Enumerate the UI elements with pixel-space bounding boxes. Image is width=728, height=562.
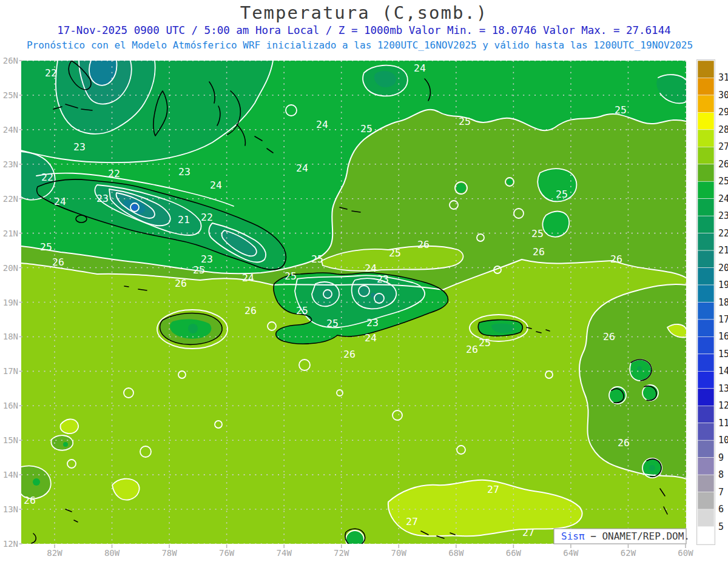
lat-tick-label: 16N bbox=[3, 401, 18, 410]
credit-box: Sisπ − ONAMET/REP.DOM. bbox=[554, 529, 690, 544]
lat-tick-label: 24N bbox=[3, 125, 18, 135]
colorbar-label: 14 bbox=[718, 366, 728, 376]
band-25-26-southeast bbox=[579, 284, 686, 479]
colorbar-segment bbox=[698, 354, 714, 371]
lat-tick-label: 15N bbox=[3, 435, 18, 445]
colorbar-label: 25 bbox=[718, 176, 728, 187]
contour-label: 27 bbox=[406, 516, 418, 527]
colorbar-segment bbox=[698, 199, 714, 216]
model-run-line: Pronóstico con el Modelo Atmósferico WRF… bbox=[27, 39, 693, 51]
contour-label: 24 bbox=[365, 263, 377, 274]
hispaniola-cold-dot bbox=[359, 286, 369, 296]
contour-label: 27 bbox=[487, 484, 499, 495]
contour-label: 25 bbox=[326, 318, 339, 329]
colorbar-segment bbox=[698, 130, 714, 147]
colorbar-segment bbox=[698, 164, 714, 181]
contour-label: 26 bbox=[603, 331, 615, 343]
colorbar-label: 21 bbox=[718, 245, 728, 256]
colorbar-label: 9 bbox=[718, 452, 724, 463]
contour-label: 26 bbox=[175, 278, 187, 289]
temperature-map-svg: Temperatura (C,somb.) 17-Nov-2025 0900 U… bbox=[0, 0, 728, 562]
contour-label: 22 bbox=[201, 212, 213, 223]
lon-tick-label: 70W bbox=[391, 548, 407, 558]
contour-label: 27 bbox=[522, 527, 534, 538]
colorbar-segment bbox=[698, 475, 714, 492]
lat-tick-label: 14N bbox=[3, 470, 18, 480]
contour-label: 24 bbox=[296, 162, 308, 174]
lon-tick-label: 80W bbox=[104, 548, 120, 558]
colorbar-label: 22 bbox=[718, 228, 728, 239]
lon-tick-label: 60W bbox=[678, 548, 693, 558]
colorbar-segment bbox=[698, 78, 714, 95]
colorbar-segment bbox=[698, 147, 714, 164]
colorbar-label: 12 bbox=[718, 400, 728, 411]
contour-label: 25 bbox=[360, 123, 372, 135]
colorbar-label: 10 bbox=[718, 435, 728, 446]
jamaica-cool-dot bbox=[188, 324, 198, 333]
colorbar-segment bbox=[698, 285, 714, 302]
colorbar-label: 8 bbox=[718, 469, 724, 480]
contour-label: 25 bbox=[193, 264, 205, 276]
lon-tick-label: 74W bbox=[277, 548, 292, 558]
contour-label: 23 bbox=[178, 166, 190, 178]
contour-label: 26 bbox=[618, 437, 630, 449]
lat-tick-label: 26N bbox=[3, 56, 18, 65]
map-header: Temperatura (C,somb.) 17-Nov-2025 0900 U… bbox=[27, 2, 693, 51]
lat-tick-label: 22N bbox=[3, 194, 18, 204]
lon-tick-label: 72W bbox=[334, 548, 349, 558]
colorbar-label: 29 bbox=[718, 107, 728, 118]
latitude-axis: 26N25N24N23N22N21N20N19N18N17N16N15N14N1… bbox=[3, 56, 22, 549]
colorbar-segment bbox=[698, 303, 714, 319]
lat-tick-label: 25N bbox=[3, 90, 18, 100]
contour-label: 24 bbox=[414, 62, 426, 74]
contour-label: 25 bbox=[40, 241, 52, 253]
contour-label: 26 bbox=[417, 239, 430, 250]
colorbar-label: 7 bbox=[718, 487, 724, 498]
colorbar-label: 6 bbox=[718, 504, 724, 515]
temperature-colorbar: 3130292827262524232221201918171615141312… bbox=[697, 60, 728, 545]
contour-label: 22 bbox=[45, 67, 57, 79]
contour-label: 22 bbox=[41, 172, 53, 183]
green-dot bbox=[63, 442, 68, 447]
colorbar-segment bbox=[698, 112, 714, 129]
valid-time-line: 17-Nov-2025 0900 UTC / 5:00 am Hora Loca… bbox=[57, 24, 670, 36]
colorbar-label: 15 bbox=[718, 349, 728, 360]
contour-label: 26 bbox=[343, 349, 356, 360]
hispaniola-cold-dot bbox=[324, 290, 331, 298]
lat-tick-label: 13N bbox=[3, 504, 18, 514]
lon-tick-label: 64W bbox=[563, 548, 579, 558]
lon-tick-label: 78W bbox=[161, 548, 177, 558]
colorbar-segment bbox=[698, 319, 714, 336]
contour-label: 26 bbox=[244, 305, 257, 316]
colorbar-segment bbox=[698, 440, 714, 457]
contour-label: 26 bbox=[52, 256, 64, 268]
contour-label: 24 bbox=[210, 179, 222, 191]
contour-label: 26 bbox=[24, 495, 36, 506]
colorbar-segment bbox=[698, 250, 714, 267]
colorbar-segment bbox=[698, 492, 714, 509]
contour-label: 25 bbox=[459, 116, 471, 127]
contour-label: 25 bbox=[531, 228, 544, 239]
credit-text: Sisπ − ONAMET/REP.DOM. bbox=[561, 530, 690, 542]
contour-label: 23 bbox=[96, 193, 109, 204]
lon-tick-label: 66W bbox=[506, 548, 522, 558]
colorbar-label: 24 bbox=[718, 193, 728, 204]
green-blob bbox=[346, 531, 363, 548]
lat-tick-label: 17N bbox=[3, 366, 18, 376]
longitude-axis: 82W80W78W76W74W72W70W68W66W64W62W60W bbox=[47, 544, 693, 558]
contour-label: 24 bbox=[365, 332, 377, 344]
contour-label: 24 bbox=[242, 272, 254, 284]
lon-tick-label: 82W bbox=[47, 548, 62, 558]
green-dot bbox=[33, 478, 40, 486]
colorbar-segment bbox=[698, 371, 714, 388]
contour-label: 25 bbox=[296, 305, 308, 316]
colorbar-segment bbox=[698, 216, 714, 233]
colorbar-label: 28 bbox=[718, 124, 728, 135]
colorbar-segment bbox=[698, 95, 714, 112]
colorbar-label: 27 bbox=[718, 141, 728, 152]
contour-label: 25 bbox=[311, 253, 323, 265]
green-dot bbox=[649, 465, 655, 471]
colorbar-segment bbox=[698, 458, 714, 475]
contour-label: 25 bbox=[285, 270, 297, 282]
contour-label: 21 bbox=[178, 214, 190, 226]
